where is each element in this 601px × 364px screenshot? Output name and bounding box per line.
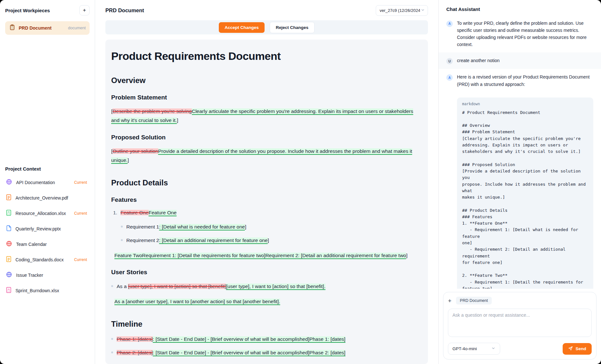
file-lines-icon	[6, 256, 12, 264]
list-text: Requirement 2: [Detail an additional req…	[126, 238, 269, 243]
context-item-coding-standards-docx[interactable]: Coding_Standards.docxCurrent	[5, 252, 90, 267]
sidebar-item-prd-document[interactable]: PRD Document document	[5, 21, 90, 35]
list-text: Phase 2: [dates]: [Start Date - End Date…	[117, 350, 345, 356]
plain-text: Requirement 1	[126, 224, 159, 229]
plain-text: ]	[245, 224, 246, 229]
plain-text: User Stories	[111, 269, 147, 275]
chat-message-user: Ucreate another notion	[439, 52, 601, 69]
inserted-text: Feature TwoRequirement 1: [Detail the re…	[114, 253, 406, 258]
accept-changes-button[interactable]: Accept Changes	[219, 22, 265, 33]
doc-bullet-item: Phase 2: [dates]: [Start Date - End Date…	[111, 350, 422, 356]
context-item-quarterly-review-pptx[interactable]: Quarterly_Review.pptx	[5, 221, 90, 237]
context-item-label: Quarterly_Review.pptx	[15, 226, 89, 231]
list-text: Phase 1: [dates]: [Start Date - End Date…	[117, 336, 345, 342]
list-text: Feature OneFeature One	[121, 210, 177, 216]
plain-text: Features	[111, 196, 137, 203]
context-item-label: Architecture_Overview.pdf	[15, 195, 89, 201]
spreadsheet-icon	[6, 210, 12, 217]
doc-heading: Product Details	[111, 178, 422, 187]
attach-button[interactable]: +	[448, 298, 451, 304]
plain-text: Requirement 2	[126, 238, 159, 243]
chat-input[interactable]	[448, 309, 592, 337]
plain-text: Timeline	[111, 320, 142, 328]
app-window: Project Workpieces + PRD Document docume…	[0, 0, 601, 364]
context-chip[interactable]: PRD Document	[456, 297, 492, 304]
reject-changes-button[interactable]: Reject Changes	[270, 22, 315, 33]
assistant-avatar: A	[446, 74, 453, 81]
plain-text: Proposed Solution	[111, 134, 166, 141]
context-item-label: Team Calendar	[16, 242, 89, 247]
current-badge: Current	[74, 211, 87, 216]
doc-heading: Overview	[111, 76, 422, 85]
deleted-text: Describe the problem you're solving	[112, 108, 192, 114]
bullet-icon	[111, 351, 113, 353]
globe-icon	[6, 179, 12, 186]
deleted-text: Outline your solution	[112, 148, 158, 154]
code-block[interactable]: markdown# Product Requirements Document …	[457, 98, 593, 289]
plain-text: ]	[177, 117, 178, 123]
doc-bullet-item: Requirement 1: [Detail what is needed fo…	[121, 224, 422, 230]
paper-plane-icon	[568, 346, 573, 352]
context-item-team-calendar[interactable]: Team Calendar	[5, 237, 90, 252]
context-item-label: API Documentation	[16, 180, 70, 185]
send-button-label: Send	[576, 346, 586, 351]
workpiece-label: PRD Document	[19, 25, 65, 31]
sidebar-title: Project Workpieces	[5, 8, 50, 13]
context-item-label: Sprint_Burndown.xlsx	[15, 288, 89, 293]
list-text: As a [user type], I want to [action] so …	[117, 284, 325, 289]
inserted-text: : [Detail an additional requirement for …	[159, 238, 268, 243]
doc-heading: Features	[111, 196, 422, 203]
plain-text: Overview	[111, 76, 146, 85]
chat-title: Chat Assistant	[439, 0, 601, 15]
current-badge: Current	[74, 180, 87, 185]
doc-heading: Proposed Solution	[111, 134, 422, 141]
version-select[interactable]: ver_27c9 (12/26/2024	[376, 5, 428, 16]
chat-input-card: + PRD Document GPT-4o-mini Send	[443, 292, 596, 359]
list-text: Requirement 1: [Detail what is needed fo…	[126, 224, 246, 230]
doc-heading: User Stories	[111, 269, 422, 276]
context-item-issue-tracker[interactable]: Issue Tracker	[5, 267, 90, 283]
document-title: PRD Document	[105, 7, 144, 14]
chat-message-assistant: AHere is a revised version of your Produ…	[439, 69, 601, 92]
inserted-text: : [Start Date - End Date] - [Brief overv…	[153, 336, 345, 342]
doc-bullet-item: As a [user type], I want to [action] so …	[111, 284, 422, 289]
sidebar: Project Workpieces + PRD Document docume…	[0, 0, 95, 364]
project-context-title: Project Context	[5, 166, 90, 172]
editor-panel: PRD Document ver_27c9 (12/26/2024 Accept…	[95, 0, 438, 364]
spreadsheet-icon	[6, 287, 12, 294]
project-context-section: Project Context API DocumentationCurrent…	[5, 166, 90, 298]
current-badge: Current	[74, 257, 87, 262]
deleted-text: [user type], I want to [action] so that …	[128, 284, 226, 289]
chevron-down-icon	[491, 346, 496, 351]
doc-paragraph: [Describe the problem you're solvingClea…	[111, 107, 422, 125]
model-select[interactable]: GPT-4o-mini	[448, 343, 500, 355]
chat-panel: Chat Assistant ATo write your PRD, clear…	[438, 0, 601, 364]
context-item-resource-allocation-xlsx[interactable]: Resource_Allocation.xlsxCurrent	[5, 206, 90, 221]
code-language-label: markdown	[462, 102, 588, 106]
chat-message-list[interactable]: ATo write your PRD, clearly define the p…	[439, 15, 601, 289]
send-button[interactable]: Send	[563, 343, 592, 355]
context-item-sprint-burndown-xlsx[interactable]: Sprint_Burndown.xlsx	[5, 283, 90, 298]
bullet-icon	[121, 239, 123, 241]
deleted-text: Phase 1: [dates]	[117, 336, 153, 342]
plain-text: Problem Statement	[111, 94, 167, 101]
context-item-api-documentation[interactable]: API DocumentationCurrent	[5, 175, 90, 190]
inserted-text: [user type], I want to [action] so that …	[226, 284, 325, 289]
bullet-icon	[111, 285, 113, 287]
doc-numbered-item: 1.Feature OneFeature One	[113, 210, 422, 216]
user-avatar: U	[446, 58, 453, 64]
plain-text: ]	[128, 157, 129, 163]
plain-text: ]	[406, 253, 407, 258]
doc-heading: Product Requirements Document	[111, 50, 422, 62]
track-changes-toolbar: Accept Changes Reject Changes	[105, 20, 428, 34]
document-content[interactable]: Product Requirements DocumentOverviewPro…	[105, 40, 428, 364]
add-workpiece-button[interactable]: +	[79, 5, 90, 15]
plain-text: Product Details	[111, 178, 168, 187]
list-number: 1.	[113, 210, 117, 216]
assistant-avatar: A	[446, 21, 453, 27]
chevron-down-icon	[421, 8, 425, 13]
context-item-architecture-overview-pdf[interactable]: Architecture_Overview.pdf	[5, 190, 90, 206]
globe-icon	[6, 271, 12, 279]
file-lines-icon	[6, 194, 12, 202]
inserted-text: As a [another user type], I want to [ano…	[114, 299, 280, 304]
